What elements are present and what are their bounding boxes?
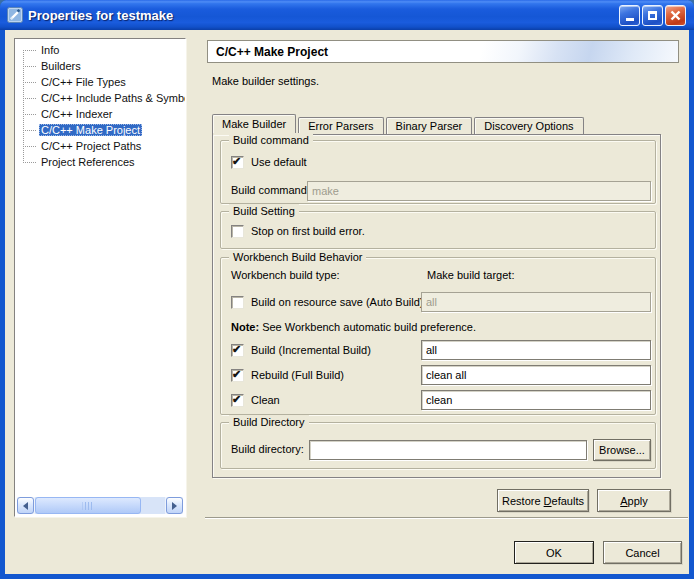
full-build-target-input[interactable] bbox=[421, 365, 651, 385]
tab-binary-parser[interactable]: Binary Parser bbox=[386, 117, 473, 134]
note-prefix: Note: bbox=[231, 321, 259, 333]
page-header-banner: C/C++ Make Project bbox=[207, 40, 679, 63]
window-title: Properties for testmake bbox=[28, 8, 619, 23]
properties-tree-panel: Info Builders C/C++ File Types C/C++ Inc… bbox=[14, 38, 186, 517]
maximize-icon bbox=[648, 11, 657, 20]
scrollbar-track[interactable] bbox=[35, 497, 165, 514]
full-build-label[interactable]: Rebuild (Full Build) bbox=[251, 369, 344, 381]
scroll-left-button[interactable] bbox=[17, 497, 34, 514]
scrollbar-grip-icon bbox=[83, 502, 94, 510]
stop-on-first-error-label[interactable]: Stop on first build error. bbox=[251, 225, 365, 237]
build-setting-group: Build Setting Stop on first build error. bbox=[220, 211, 656, 249]
note-text: See Workbench automatic build preference… bbox=[259, 321, 476, 333]
sidebar-item-project-paths[interactable]: C/C++ Project Paths bbox=[15, 138, 185, 154]
minimize-button[interactable] bbox=[619, 5, 640, 26]
maximize-button[interactable] bbox=[642, 5, 663, 26]
ok-label: OK bbox=[546, 547, 562, 559]
clean-target-input[interactable] bbox=[421, 390, 651, 410]
scroll-right-arrow-icon bbox=[172, 502, 177, 510]
apply-label: Apply bbox=[620, 495, 648, 507]
full-build-checkbox[interactable] bbox=[231, 369, 244, 382]
incremental-build-target-input[interactable] bbox=[421, 340, 651, 360]
make-build-target-label: Make build target: bbox=[427, 269, 514, 281]
minimize-icon bbox=[626, 18, 634, 21]
tab-error-parsers[interactable]: Error Parsers bbox=[298, 117, 383, 134]
build-directory-input[interactable] bbox=[309, 440, 587, 460]
sidebar-item-indexer[interactable]: C/C++ Indexer bbox=[15, 106, 185, 122]
apply-button[interactable]: Apply bbox=[597, 489, 671, 512]
use-default-checkbox[interactable] bbox=[231, 156, 244, 169]
note-line: Note: See Workbench automatic build pref… bbox=[231, 321, 476, 333]
stop-on-first-error-checkbox[interactable] bbox=[231, 225, 244, 238]
properties-pencil-icon bbox=[7, 7, 23, 23]
sidebar-item-builders[interactable]: Builders bbox=[15, 58, 185, 74]
scroll-left-arrow-icon bbox=[23, 502, 28, 510]
build-directory-group: Build Directory Build directory: Browse.… bbox=[220, 422, 656, 469]
restore-defaults-button[interactable]: Restore Defaults bbox=[497, 489, 589, 512]
tab-discovery-options[interactable]: Discovery Options bbox=[474, 117, 583, 134]
auto-build-target-input bbox=[421, 292, 651, 312]
tab-bar: Make Builder Error Parsers Binary Parser… bbox=[212, 114, 586, 134]
sidebar-item-file-types[interactable]: C/C++ File Types bbox=[15, 74, 185, 90]
browse-button[interactable]: Browse... bbox=[593, 439, 651, 461]
clean-checkbox[interactable] bbox=[231, 394, 244, 407]
auto-build-checkbox[interactable] bbox=[231, 296, 244, 309]
incremental-build-checkbox[interactable] bbox=[231, 344, 244, 357]
close-icon bbox=[670, 10, 681, 21]
button-separator bbox=[205, 517, 688, 519]
build-directory-label: Build directory: bbox=[231, 443, 304, 455]
titlebar: Properties for testmake bbox=[0, 0, 694, 30]
page-description: Make builder settings. bbox=[212, 75, 319, 87]
sidebar-item-project-references[interactable]: Project References bbox=[15, 154, 185, 170]
build-directory-legend: Build Directory bbox=[229, 415, 309, 430]
build-setting-legend: Build Setting bbox=[229, 204, 299, 219]
clean-label[interactable]: Clean bbox=[251, 394, 280, 406]
cancel-label: Cancel bbox=[625, 547, 659, 559]
cancel-button[interactable]: Cancel bbox=[603, 541, 682, 564]
restore-defaults-label: Restore Defaults bbox=[502, 495, 584, 507]
build-command-legend: Build command bbox=[229, 133, 313, 148]
scroll-right-button[interactable] bbox=[166, 497, 183, 514]
use-default-label[interactable]: Use default bbox=[251, 156, 307, 168]
workbench-build-type-label: Workbench build type: bbox=[231, 269, 340, 281]
build-command-group: Build command Use default Build command: bbox=[220, 140, 656, 204]
sidebar-item-make-project[interactable]: C/C++ Make Project bbox=[15, 122, 185, 138]
workbench-legend: Workbench Build Behavior bbox=[229, 250, 366, 265]
tree-horizontal-scrollbar[interactable] bbox=[17, 497, 183, 514]
close-button[interactable] bbox=[665, 5, 686, 26]
scrollbar-thumb[interactable] bbox=[35, 497, 141, 514]
ok-button[interactable]: OK bbox=[514, 541, 594, 564]
page-title: C/C++ Make Project bbox=[216, 45, 328, 59]
workbench-build-behavior-group: Workbench Build Behavior Workbench build… bbox=[220, 257, 656, 415]
incremental-build-label[interactable]: Build (Incremental Build) bbox=[251, 344, 371, 356]
sidebar-item-info[interactable]: Info bbox=[15, 42, 185, 58]
build-command-input bbox=[307, 181, 651, 201]
auto-build-label[interactable]: Build on resource save (Auto Build) bbox=[251, 296, 423, 308]
sidebar-item-include-paths[interactable]: C/C++ Include Paths & Symbo bbox=[15, 90, 185, 106]
properties-dialog: Properties for testmake Info Builders C/… bbox=[0, 0, 694, 579]
dialog-client-area: Info Builders C/C++ File Types C/C++ Inc… bbox=[5, 30, 689, 574]
tab-make-builder[interactable]: Make Builder bbox=[212, 114, 296, 134]
build-command-label: Build command: bbox=[231, 184, 310, 196]
